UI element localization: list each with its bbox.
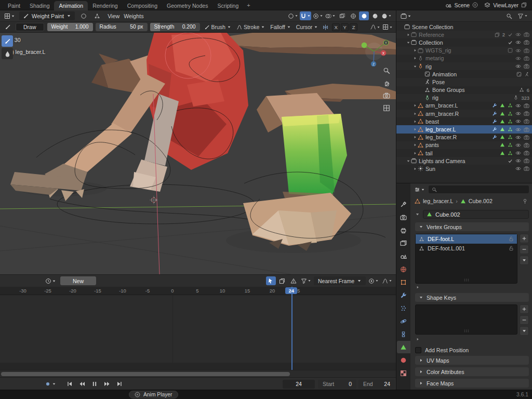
props-tab-constraints[interactable] bbox=[397, 328, 410, 340]
magnet-button[interactable] bbox=[300, 11, 311, 20]
properties-search-input[interactable] bbox=[429, 185, 529, 193]
mesh-name-field[interactable]: Cube.002 bbox=[423, 210, 529, 219]
nav-camera-button[interactable] bbox=[383, 92, 390, 99]
hide-render-toggle[interactable] bbox=[524, 32, 529, 37]
hide-render-toggle[interactable] bbox=[524, 142, 529, 148]
hide-render-toggle[interactable] bbox=[524, 56, 529, 61]
overlays-button[interactable] bbox=[325, 11, 336, 20]
panel-vertex-groups[interactable]: Vertex Groups bbox=[415, 222, 529, 231]
expand-right-icon[interactable] bbox=[412, 167, 418, 171]
expand-right-icon[interactable] bbox=[412, 135, 418, 139]
menu-view[interactable]: View bbox=[105, 13, 122, 19]
editor-type-outliner[interactable] bbox=[400, 11, 412, 20]
editor-type-timeline[interactable] bbox=[45, 276, 57, 285]
expand-right-icon[interactable] bbox=[412, 48, 418, 52]
mode-dropdown[interactable]: Weight Paint bbox=[19, 11, 75, 20]
editor-type-3d-viewport[interactable] bbox=[4, 11, 16, 20]
hide-render-toggle[interactable] bbox=[524, 158, 529, 164]
expand-down-icon[interactable] bbox=[405, 41, 411, 45]
props-tab-world[interactable] bbox=[397, 263, 410, 275]
outliner-row-leg-bracer-r[interactable]: leg_bracer.R bbox=[396, 134, 532, 141]
shading-material-button[interactable] bbox=[370, 11, 380, 20]
editor-type-properties[interactable] bbox=[414, 185, 425, 194]
mirror-axis-x[interactable]: X bbox=[332, 23, 340, 31]
vertex-group-list[interactable]: DEF-foot.LDEF-foot.L.001 bbox=[415, 234, 517, 284]
breadcrumb-object[interactable]: leg_bracer.L bbox=[423, 198, 453, 204]
hide-viewport-toggle[interactable] bbox=[515, 111, 521, 116]
outliner-row-pants[interactable]: pants bbox=[396, 141, 532, 149]
slider-weight[interactable]: Weight1.000 bbox=[47, 23, 93, 31]
hide-viewport-toggle[interactable] bbox=[515, 103, 521, 109]
workspace-tab-scripting[interactable]: Scripting bbox=[212, 1, 243, 10]
record-icon[interactable] bbox=[45, 381, 51, 387]
hide-viewport-toggle[interactable] bbox=[515, 127, 521, 132]
dropdown-stroke[interactable]: Stroke bbox=[235, 24, 266, 30]
curve-options-button[interactable] bbox=[369, 23, 381, 32]
hide-viewport-toggle[interactable] bbox=[515, 166, 521, 171]
props-tab-physics[interactable] bbox=[397, 315, 410, 327]
panel-uv-maps[interactable]: UV Maps bbox=[415, 356, 529, 365]
vertex-group-def-foot-l-001[interactable]: DEF-foot.L.001 bbox=[416, 244, 517, 253]
hide-viewport-toggle[interactable] bbox=[515, 158, 521, 164]
frame-start-field[interactable]: Start 0 bbox=[318, 380, 356, 389]
mirror-axis-z[interactable]: Z bbox=[350, 23, 357, 31]
vertex-group-add-button[interactable] bbox=[520, 234, 529, 243]
expand-right-icon[interactable] bbox=[412, 56, 418, 60]
exclude-checkbox[interactable] bbox=[508, 32, 513, 37]
hide-render-toggle[interactable] bbox=[524, 48, 529, 54]
brush-tool-icon[interactable] bbox=[3, 23, 12, 32]
vertex-group-remove-button[interactable] bbox=[520, 245, 529, 254]
hide-viewport-toggle[interactable] bbox=[515, 63, 521, 69]
sphere-o-button[interactable] bbox=[287, 11, 299, 20]
expand-right-icon[interactable] bbox=[412, 112, 418, 116]
outliner-row-lights-and-camera[interactable]: Lights and Camera bbox=[396, 157, 532, 165]
expand-down-icon[interactable] bbox=[405, 159, 411, 163]
props-tab-checker[interactable] bbox=[397, 367, 410, 379]
transport-jump-end-button[interactable] bbox=[113, 379, 125, 389]
expand-right-icon[interactable] bbox=[412, 127, 418, 131]
timeline-scrollbar[interactable] bbox=[0, 370, 396, 377]
vertex-group-specials-button[interactable] bbox=[520, 256, 529, 265]
hide-render-toggle[interactable] bbox=[524, 135, 529, 140]
expand-right-icon[interactable] bbox=[405, 33, 411, 37]
outliner-row-pose[interactable]: Pose bbox=[396, 78, 532, 86]
hide-viewport-toggle[interactable] bbox=[515, 39, 521, 45]
pin-icon[interactable] bbox=[522, 198, 528, 204]
filter-icon[interactable] bbox=[517, 11, 528, 20]
vertex-group-def-foot-l[interactable]: DEF-foot.L bbox=[416, 234, 517, 244]
props-tab-particles[interactable] bbox=[397, 302, 410, 314]
close-circle-icon[interactable] bbox=[135, 392, 140, 397]
timeline-ruler[interactable]: -30-25-20-15-10-50510152025 bbox=[0, 287, 396, 295]
hide-render-toggle[interactable] bbox=[524, 63, 529, 69]
dropdown-brush[interactable]: Brush bbox=[203, 24, 232, 30]
close-icon[interactable] bbox=[472, 2, 478, 8]
outliner-row-arm-bracer-l[interactable]: arm_bracer.L bbox=[396, 102, 532, 110]
outliner-row-wgts-rig[interactable]: WGTS_rig bbox=[396, 47, 532, 55]
outliner-row-reference[interactable]: Reference2 bbox=[396, 31, 532, 38]
workspace-tab-geometry-nodes[interactable]: Geometry Nodes bbox=[162, 1, 212, 10]
new-action-button[interactable]: New bbox=[60, 276, 96, 285]
shape-key-list[interactable] bbox=[415, 304, 517, 335]
autokey-toggle[interactable] bbox=[45, 381, 56, 387]
outliner-row-leg-bracer-l[interactable]: leg_bracer.L bbox=[396, 125, 532, 133]
curve-interpolation-dropdown[interactable] bbox=[381, 276, 393, 285]
paint-mask-toggle[interactable] bbox=[78, 11, 88, 20]
slider-radius[interactable]: Radius50 px bbox=[96, 23, 148, 31]
outliner-row-rig[interactable]: rig bbox=[396, 62, 532, 70]
hide-viewport-toggle[interactable] bbox=[515, 118, 521, 124]
outliner-row-metarig[interactable]: metarig bbox=[396, 55, 532, 62]
chev-down-icon[interactable] bbox=[52, 382, 56, 386]
anim-player-indicator[interactable]: Anim Player bbox=[129, 391, 178, 398]
props-tab-printer[interactable] bbox=[397, 224, 410, 236]
hide-render-toggle[interactable] bbox=[524, 118, 529, 124]
outliner-row-beast[interactable]: beast bbox=[396, 117, 532, 125]
expand-right-icon[interactable] bbox=[412, 119, 418, 124]
cursor-arrow-button[interactable] bbox=[266, 276, 276, 285]
hide-viewport-toggle[interactable] bbox=[515, 142, 521, 148]
search-icon[interactable] bbox=[504, 11, 514, 20]
breadcrumb-data[interactable]: Cube.002 bbox=[469, 198, 493, 204]
transport-jump-start-button[interactable] bbox=[63, 379, 75, 389]
viewport-3d[interactable]: XYZ fps: 30 (24) leg_bracer.L bbox=[0, 33, 396, 274]
copy-icon[interactable] bbox=[521, 2, 527, 8]
scene-canvas[interactable]: XYZ bbox=[0, 33, 396, 274]
